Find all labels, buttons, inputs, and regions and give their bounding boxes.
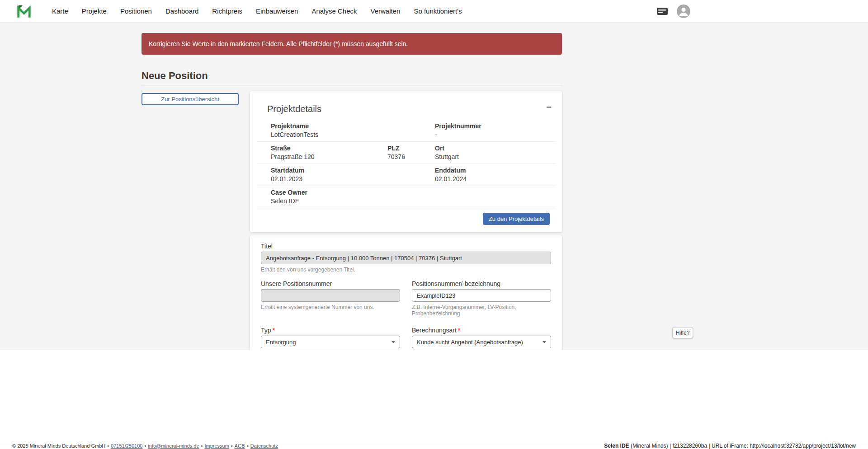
app-area: Korrigieren Sie Werte in den markierten … bbox=[0, 23, 868, 350]
nav-link-karte[interactable]: Karte bbox=[52, 7, 68, 15]
main-nav: Karte Projekte Positionen Dashboard Rich… bbox=[52, 7, 462, 15]
unsere-positionsnummer-helper: Erhält eine systemgenerierte Nummer von … bbox=[261, 304, 400, 310]
table-row: Straße Pragstraße 120 PLZ 70376 Ort Stut… bbox=[257, 142, 555, 164]
nav-link-richtpreis[interactable]: Richtpreis bbox=[212, 7, 242, 15]
enddatum-value: 02.01.2024 bbox=[435, 175, 555, 183]
session-user: Selen IDE bbox=[604, 443, 629, 449]
table-row: Case Owner Selen IDE bbox=[257, 186, 555, 208]
footer-email-link[interactable]: info@mineral-minds.de bbox=[148, 443, 199, 449]
required-marker: * bbox=[273, 327, 275, 334]
typ-label: Typ* bbox=[261, 327, 400, 334]
nav-link-dashboard[interactable]: Dashboard bbox=[165, 7, 198, 15]
nav-link-verwalten[interactable]: Verwalten bbox=[371, 7, 401, 15]
projektname-label: Projektname bbox=[271, 122, 435, 131]
to-project-details-button[interactable]: Zu den Projektdetails bbox=[483, 213, 550, 225]
chevron-down-icon bbox=[392, 341, 395, 343]
enddatum-label: Enddatum bbox=[435, 166, 555, 175]
help-button[interactable]: Hilfe? bbox=[672, 327, 693, 338]
footer-impressum-link[interactable]: Impressum bbox=[204, 443, 229, 449]
copyright-text: © 2025 Mineral Minds Deutschland GmbH bbox=[12, 443, 105, 449]
footer-separator: • bbox=[201, 443, 203, 449]
project-details-table: Projektname LotCreationTests Projektnumm… bbox=[257, 120, 555, 208]
footer-datenschutz-link[interactable]: Datenschutz bbox=[250, 443, 278, 449]
case-owner-label: Case Owner bbox=[271, 188, 555, 197]
nav-link-einbauweisen[interactable]: Einbauweisen bbox=[256, 7, 298, 15]
nav-link-so-funktionierts[interactable]: So funktioniert's bbox=[414, 7, 462, 15]
ort-label: Ort bbox=[435, 144, 555, 153]
page-background bbox=[0, 350, 868, 442]
nav-link-analyse-check[interactable]: Analyse Check bbox=[311, 7, 357, 15]
nav-link-positionen[interactable]: Positionen bbox=[120, 7, 152, 15]
card-terminal-icon[interactable] bbox=[656, 7, 668, 16]
required-marker: * bbox=[458, 327, 460, 334]
table-row: Startdatum 02.01.2023 Enddatum 02.01.202… bbox=[257, 164, 555, 186]
typ-select[interactable]: Entsorgung bbox=[261, 336, 400, 348]
footer-separator: • bbox=[231, 443, 233, 449]
user-avatar-icon[interactable] bbox=[677, 5, 690, 18]
collapse-icon[interactable]: − bbox=[546, 103, 552, 112]
position-form-card: Titel Erhält den von uns vorgegebenen Ti… bbox=[250, 235, 562, 350]
plz-label: PLZ bbox=[387, 144, 435, 153]
titel-label: Titel bbox=[261, 243, 551, 250]
validation-alert: Korrigieren Sie Werte in den markierten … bbox=[142, 33, 562, 55]
plz-value: 70376 bbox=[387, 153, 435, 161]
projektnummer-value: - bbox=[435, 131, 555, 139]
nav-link-projekte[interactable]: Projekte bbox=[82, 7, 107, 15]
berechnungsart-select-value: Kunde sucht Angebot (Angebotsanfrage) bbox=[417, 339, 523, 346]
unsere-positionsnummer-label: Unsere Positionsnummer bbox=[261, 280, 400, 287]
titel-helper: Erhält den von uns vorgegebenen Titel. bbox=[261, 267, 551, 273]
case-owner-value: Selen IDE bbox=[271, 197, 555, 206]
footer-separator: • bbox=[144, 443, 146, 449]
positionsnummer-input[interactable] bbox=[412, 289, 551, 302]
project-details-title: Projektdetails bbox=[267, 103, 321, 115]
alert-text: Korrigieren Sie Werte in den markierten … bbox=[149, 40, 408, 47]
main-content: Korrigieren Sie Werte in den markierten … bbox=[142, 23, 562, 350]
table-row: Projektname LotCreationTests Projektnumm… bbox=[257, 120, 555, 142]
typ-select-value: Entsorgung bbox=[266, 339, 296, 346]
projektname-value: LotCreationTests bbox=[271, 131, 435, 139]
navbar-actions bbox=[656, 5, 690, 18]
positionsnummer-label: Positionsnummer/-bezeichnung bbox=[412, 280, 551, 287]
ort-value: Stuttgart bbox=[435, 153, 555, 161]
session-info: Selen IDE (Mineral Minds) | f213228260ba… bbox=[604, 443, 856, 449]
footer: © 2025 Mineral Minds Deutschland GmbH • … bbox=[0, 442, 868, 449]
footer-phone-link[interactable]: 07151/250100 bbox=[111, 443, 142, 449]
startdatum-label: Startdatum bbox=[271, 166, 435, 175]
titel-input bbox=[261, 252, 551, 264]
session-details: (Mineral Minds) | f213228260ba | URL of … bbox=[629, 443, 856, 449]
page-title: Neue Position bbox=[142, 70, 562, 82]
strasse-value: Pragstraße 120 bbox=[271, 153, 387, 161]
projektnummer-label: Projektnummer bbox=[435, 122, 555, 131]
project-details-card: Projektdetails − Projektname LotCreation… bbox=[250, 91, 562, 232]
positionsnummer-helper: Z.B. Interne-Vorgangsnummer, LV-Position… bbox=[412, 304, 551, 317]
strasse-label: Straße bbox=[271, 144, 387, 153]
startdatum-value: 02.01.2023 bbox=[271, 175, 435, 183]
navbar: Karte Projekte Positionen Dashboard Rich… bbox=[0, 0, 868, 23]
back-to-positions-button[interactable]: Zur Positionsübersicht bbox=[142, 93, 239, 105]
footer-separator: • bbox=[247, 443, 249, 449]
chevron-down-icon bbox=[542, 341, 546, 343]
footer-left: © 2025 Mineral Minds Deutschland GmbH • … bbox=[12, 443, 278, 449]
mineral-minds-logo[interactable] bbox=[16, 4, 32, 19]
divider bbox=[142, 85, 562, 85]
unsere-positionsnummer-input bbox=[261, 289, 400, 302]
berechnungsart-select[interactable]: Kunde sucht Angebot (Angebotsanfrage) bbox=[412, 336, 551, 348]
footer-separator: • bbox=[107, 443, 109, 449]
footer-agb-link[interactable]: AGB bbox=[235, 443, 245, 449]
berechnungsart-label: Berechnungsart* bbox=[412, 327, 551, 334]
